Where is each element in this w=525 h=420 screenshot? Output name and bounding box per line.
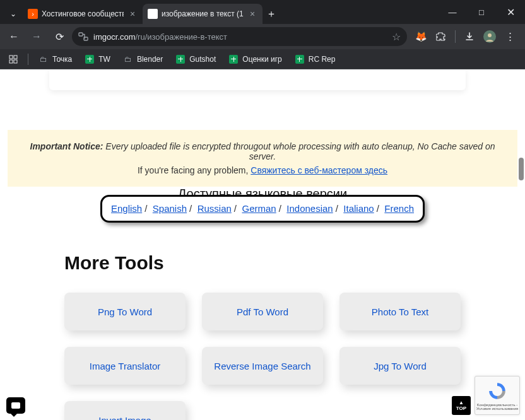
downloads-icon[interactable] [461, 28, 478, 45]
sheets-icon [85, 54, 95, 64]
site-favicon-icon: › [28, 9, 38, 19]
browser-menu-icon[interactable]: ⋮ [501, 28, 519, 45]
tool-card[interactable]: Image Translator [64, 347, 186, 385]
scroll-to-top-button[interactable]: ▲ TOP [452, 396, 471, 415]
bookmark-item[interactable]: Gutshot [170, 52, 221, 67]
tool-card[interactable]: Png To Word [64, 293, 186, 330]
bookmark-label: Оценки игр [242, 55, 281, 64]
lang-link-english[interactable]: English [111, 203, 142, 214]
scrollbar-thumb[interactable] [519, 158, 524, 180]
folder-icon: 🗀 [38, 54, 49, 64]
tools-grid: Png To Word Pdf To Word Photo To Text Im… [64, 293, 461, 420]
tool-link[interactable]: Invert Image [98, 415, 151, 421]
important-notice: Important Notice: Every uploaded file is… [8, 130, 517, 187]
svg-rect-7 [14, 60, 17, 63]
close-tab-icon[interactable]: × [247, 9, 257, 19]
lang-link-italiano[interactable]: Italiano [343, 203, 374, 214]
notice-text: Every uploaded file is encrypted througo… [105, 141, 495, 161]
lang-link-russian[interactable]: Russian [198, 203, 232, 214]
lang-link-spanish[interactable]: Spanish [153, 203, 187, 214]
tool-link[interactable]: Jpg To Word [374, 361, 427, 371]
extensions-menu-icon[interactable] [432, 28, 450, 45]
bookmark-item[interactable]: RC Rep [290, 52, 341, 67]
lang-separator: / [142, 203, 150, 214]
svg-rect-0 [79, 33, 83, 36]
bookmark-star-icon[interactable]: ☆ [392, 31, 401, 43]
lang-separator: / [232, 203, 239, 214]
lang-separator: / [187, 203, 194, 214]
folder-icon: 🗀 [123, 54, 133, 64]
notice-line2-prefix: If you're facing any problem, [138, 165, 251, 175]
bookmark-item[interactable]: TW [80, 52, 115, 67]
svg-rect-8 [11, 402, 20, 409]
tab-title: изображение в текст (100% то [162, 9, 244, 18]
bookmarks-bar: 🗀Точка TW 🗀Blender Gutshot Оценки игр RC… [0, 49, 525, 69]
tool-link[interactable]: Image Translator [90, 361, 161, 371]
lang-separator: / [333, 203, 341, 214]
reload-button[interactable]: ⟳ [49, 26, 69, 47]
sheets-icon [295, 54, 305, 64]
svg-rect-5 [14, 55, 17, 59]
site-info-icon[interactable] [78, 32, 88, 41]
notice-label: Important Notice: [30, 141, 103, 151]
up-arrow-icon: ▲ [459, 400, 464, 405]
bookmark-label: Gutshot [189, 55, 216, 64]
lang-link-french[interactable]: French [384, 203, 414, 214]
language-versions-section: Доступные языковые версии English/ Spani… [0, 187, 525, 230]
recaptcha-text: Условия использования [476, 407, 519, 411]
address-bar[interactable]: imgocr.com/ru/изображение-в-текст ☆ [72, 27, 407, 46]
bookmark-separator [28, 54, 28, 65]
apps-grid-icon[interactable] [4, 52, 23, 66]
lang-separator: / [374, 203, 382, 214]
tool-link[interactable]: Pdf To Word [237, 306, 288, 317]
window-titlebar: ⌄ › Хостинговое сообщество «Tim × изобра… [0, 0, 525, 24]
page-content: Important Notice: Every uploaded file is… [0, 69, 525, 420]
tool-card[interactable]: Reverse Image Search [202, 347, 323, 385]
browser-tab-active[interactable]: изображение в текст (100% то × [143, 4, 262, 24]
tool-card[interactable]: Invert Image [64, 401, 186, 420]
tool-card[interactable]: Pdf To Word [202, 293, 323, 330]
svg-rect-6 [9, 60, 13, 63]
browser-tab[interactable]: › Хостинговое сообщество «Tim × [23, 4, 143, 24]
close-window-button[interactable]: ✕ [496, 0, 525, 24]
lang-link-indonesian[interactable]: Indonesian [286, 203, 333, 214]
new-tab-button[interactable]: ＋ [262, 5, 280, 23]
forward-button[interactable]: → [27, 26, 47, 47]
chat-widget-button[interactable] [6, 397, 25, 414]
extension-icon[interactable]: 🦊 [412, 28, 430, 45]
minimize-button[interactable]: ― [438, 0, 467, 24]
bookmark-label: Точка [52, 55, 72, 64]
url-text: imgocr.com/ru/изображение-в-текст [93, 32, 387, 42]
more-tools-section: More Tools Png To Word Pdf To Word Photo… [64, 252, 461, 420]
tool-card[interactable]: Jpg To Word [339, 347, 461, 385]
bookmark-item[interactable]: 🗀Точка [33, 52, 77, 67]
recaptcha-badge[interactable]: Конфиденциальность - Условия использован… [475, 376, 520, 415]
lang-link-german[interactable]: German [242, 203, 276, 214]
back-button[interactable]: ← [4, 26, 24, 47]
tab-search-button[interactable]: ⌄ [4, 4, 23, 23]
tool-link[interactable]: Photo To Text [372, 306, 428, 317]
close-tab-icon[interactable]: × [127, 9, 138, 19]
tool-link[interactable]: Reverse Image Search [214, 361, 310, 371]
tab-title: Хостинговое сообщество «Tim [42, 9, 124, 18]
svg-point-3 [488, 33, 492, 37]
contact-webmaster-link[interactable]: Свяжитесь с веб-мастером здесь [251, 165, 387, 175]
profile-avatar[interactable] [481, 28, 498, 45]
tool-card[interactable]: Photo To Text [339, 293, 461, 330]
language-box: English/ Spanish/ Russian/ German/ Indon… [100, 195, 425, 223]
svg-rect-4 [9, 55, 13, 59]
bookmark-item[interactable]: 🗀Blender [118, 52, 168, 67]
window-controls: ― □ ✕ [438, 0, 525, 24]
tab-strip: ⌄ › Хостинговое сообщество «Tim × изобра… [0, 0, 280, 24]
more-tools-title: More Tools [64, 252, 461, 274]
sheets-icon [175, 54, 186, 64]
browser-toolbar: ← → ⟳ imgocr.com/ru/изображение-в-текст … [0, 24, 525, 49]
bookmark-label: TW [98, 55, 110, 64]
top-label: TOP [456, 405, 466, 411]
maximize-button[interactable]: □ [467, 0, 496, 24]
tool-link[interactable]: Png To Word [98, 306, 152, 317]
recaptcha-icon [487, 381, 507, 401]
bookmark-item[interactable]: Оценки игр [223, 52, 286, 67]
upload-card [49, 69, 466, 90]
extensions-area: 🦊 ⋮ [410, 28, 521, 45]
